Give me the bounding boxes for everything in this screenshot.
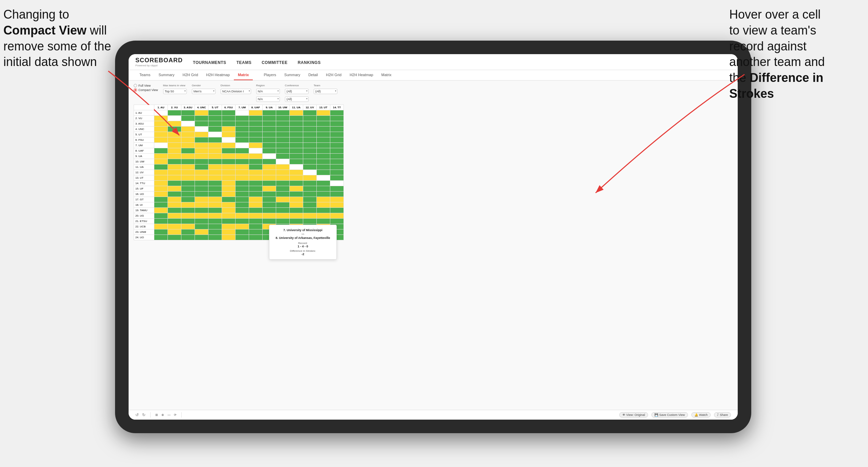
matrix-cell[interactable] <box>168 137 181 143</box>
matrix-cell[interactable] <box>154 110 168 116</box>
matrix-cell[interactable] <box>263 110 276 116</box>
matrix-cell[interactable] <box>154 202 168 208</box>
matrix-cell[interactable] <box>303 219 317 224</box>
matrix-cell[interactable] <box>303 170 317 175</box>
matrix-cell[interactable] <box>290 143 303 148</box>
matrix-cell[interactable] <box>249 219 263 224</box>
matrix-cell[interactable] <box>168 121 181 127</box>
matrix-cell[interactable] <box>330 121 344 127</box>
matrix-cell[interactable] <box>236 154 249 159</box>
matrix-container[interactable]: 1. AU 2. VU 3. ASU 4. UNC 5. UT 6. FSU 7… <box>134 105 733 406</box>
matrix-cell[interactable] <box>168 175 181 181</box>
matrix-cell[interactable] <box>154 148 168 154</box>
matrix-cell[interactable] <box>195 116 208 121</box>
matrix-cell[interactable] <box>249 159 263 164</box>
matrix-cell[interactable] <box>276 197 290 202</box>
matrix-cell[interactable] <box>181 170 195 175</box>
sub-nav-teams[interactable]: Teams <box>135 70 154 80</box>
matrix-cell[interactable] <box>317 208 330 213</box>
matrix-cell[interactable] <box>181 127 195 132</box>
matrix-cell[interactable] <box>168 159 181 164</box>
matrix-cell[interactable] <box>222 164 236 170</box>
matrix-cell[interactable] <box>249 186 263 192</box>
matrix-cell[interactable] <box>168 197 181 202</box>
matrix-cell[interactable] <box>168 213 181 219</box>
matrix-cell[interactable] <box>303 192 317 197</box>
matrix-cell[interactable] <box>154 137 168 143</box>
matrix-cell[interactable] <box>181 175 195 181</box>
matrix-cell[interactable] <box>249 224 263 229</box>
matrix-cell[interactable] <box>208 116 222 121</box>
matrix-cell[interactable] <box>263 143 276 148</box>
region-select-2[interactable]: N/A <box>256 96 280 102</box>
matrix-cell[interactable] <box>249 110 263 116</box>
matrix-cell[interactable] <box>303 143 317 148</box>
matrix-cell[interactable] <box>330 170 344 175</box>
matrix-cell[interactable] <box>222 208 236 213</box>
matrix-cell[interactable] <box>236 164 249 170</box>
matrix-cell[interactable] <box>195 154 208 159</box>
matrix-cell[interactable] <box>208 235 222 240</box>
matrix-cell[interactable] <box>330 175 344 181</box>
matrix-cell[interactable] <box>222 213 236 219</box>
matrix-cell[interactable] <box>195 224 208 229</box>
matrix-cell[interactable] <box>181 148 195 154</box>
matrix-cell[interactable] <box>249 229 263 235</box>
matrix-cell[interactable] <box>195 132 208 137</box>
matrix-cell[interactable] <box>263 192 276 197</box>
matrix-cell[interactable] <box>168 164 181 170</box>
matrix-cell[interactable] <box>290 219 303 224</box>
matrix-cell[interactable] <box>195 235 208 240</box>
matrix-cell[interactable] <box>236 116 249 121</box>
matrix-cell[interactable] <box>168 229 181 235</box>
matrix-cell[interactable] <box>330 186 344 192</box>
matrix-cell[interactable] <box>222 229 236 235</box>
matrix-cell[interactable] <box>276 186 290 192</box>
sub-nav-players-h2h-grid[interactable]: H2H Grid <box>322 70 346 80</box>
matrix-cell[interactable] <box>195 170 208 175</box>
matrix-cell[interactable] <box>303 208 317 213</box>
matrix-cell[interactable] <box>195 197 208 202</box>
matrix-cell[interactable] <box>330 137 344 143</box>
matrix-cell[interactable] <box>249 197 263 202</box>
matrix-cell[interactable] <box>276 121 290 127</box>
matrix-cell[interactable] <box>290 148 303 154</box>
matrix-cell[interactable] <box>276 127 290 132</box>
matrix-cell[interactable] <box>317 175 330 181</box>
matrix-cell[interactable] <box>330 219 344 224</box>
matrix-cell[interactable] <box>290 137 303 143</box>
matrix-cell[interactable] <box>263 170 276 175</box>
matrix-cell[interactable] <box>249 127 263 132</box>
matrix-cell[interactable] <box>276 170 290 175</box>
matrix-cell[interactable] <box>181 164 195 170</box>
matrix-cell[interactable] <box>154 170 168 175</box>
matrix-cell[interactable] <box>154 219 168 224</box>
matrix-cell[interactable] <box>222 137 236 143</box>
matrix-cell[interactable] <box>317 137 330 143</box>
matrix-cell[interactable] <box>154 164 168 170</box>
matrix-cell[interactable] <box>276 213 290 219</box>
matrix-cell[interactable] <box>303 186 317 192</box>
matrix-cell[interactable] <box>181 197 195 202</box>
matrix-cell[interactable] <box>317 110 330 116</box>
compact-view-radio[interactable] <box>134 88 137 92</box>
matrix-cell[interactable] <box>181 121 195 127</box>
matrix-cell[interactable] <box>263 154 276 159</box>
matrix-cell[interactable] <box>290 192 303 197</box>
matrix-cell[interactable] <box>290 197 303 202</box>
matrix-cell[interactable] <box>276 208 290 213</box>
matrix-cell[interactable] <box>276 148 290 154</box>
matrix-cell[interactable] <box>222 116 236 121</box>
matrix-cell[interactable] <box>154 154 168 159</box>
matrix-cell[interactable] <box>154 224 168 229</box>
matrix-cell[interactable] <box>330 116 344 121</box>
matrix-cell[interactable] <box>222 121 236 127</box>
matrix-cell[interactable] <box>263 175 276 181</box>
matrix-cell[interactable] <box>276 137 290 143</box>
matrix-cell[interactable] <box>236 132 249 137</box>
matrix-cell[interactable] <box>154 186 168 192</box>
matrix-cell[interactable] <box>303 132 317 137</box>
matrix-cell[interactable] <box>290 181 303 186</box>
matrix-cell[interactable] <box>195 164 208 170</box>
matrix-cell[interactable] <box>303 181 317 186</box>
